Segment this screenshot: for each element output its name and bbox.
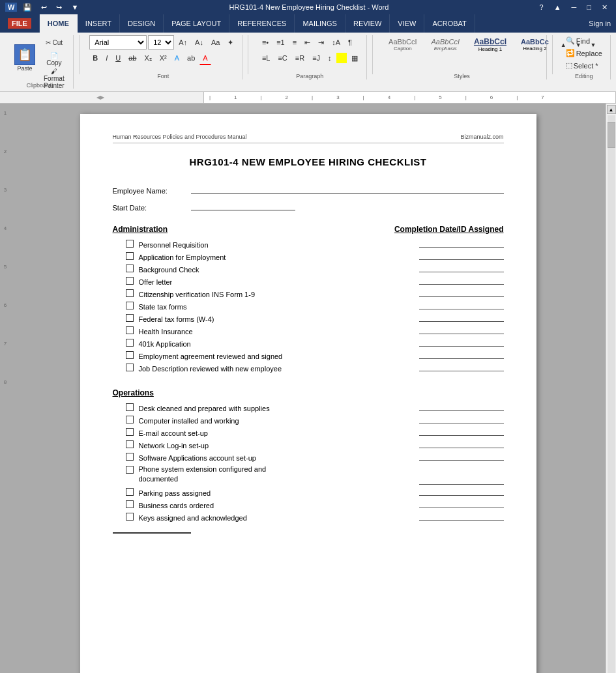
employee-name-field[interactable] [191, 183, 504, 193]
show-formatting-btn[interactable]: ¶ [345, 35, 355, 50]
subscript-btn[interactable]: X₂ [141, 51, 154, 65]
style-caption[interactable]: AaBbCcI Caption [383, 36, 422, 53]
text-effects-btn[interactable]: A [171, 51, 183, 65]
style-emphasis[interactable]: AaBbCcI Emphasis [426, 36, 465, 53]
font-size-select[interactable]: 12 [148, 35, 174, 50]
doc-title[interactable]: HRG101-4 NEW EMPLOYEE HIRING CHECKLIST [113, 156, 504, 167]
quick-save-btn[interactable]: 💾 [20, 3, 35, 12]
checkbox-offer-letter[interactable] [126, 277, 134, 285]
page[interactable]: Human Resources Policies and Procedures … [80, 114, 536, 673]
borders-btn[interactable]: ▦ [348, 51, 361, 65]
tab-acrobat[interactable]: ACROBAT [424, 14, 475, 33]
checkbox-desk[interactable] [126, 403, 134, 411]
checkbox-citizenship[interactable] [126, 289, 134, 297]
text-highlight-btn[interactable]: ab [184, 51, 198, 65]
strikethrough-btn[interactable]: ab [125, 51, 139, 65]
checkbox-federal-tax[interactable] [126, 314, 134, 322]
tab-view[interactable]: VIEW [390, 14, 424, 33]
list-item: Computer installed and working [126, 415, 504, 425]
paste-button[interactable]: 📋 Paste [10, 43, 39, 73]
item-text-bg-check: Background Check [139, 266, 414, 274]
minimize-btn[interactable]: ─ [568, 3, 580, 12]
tab-mailings[interactable]: MAILINGS [295, 14, 345, 33]
tab-design[interactable]: DESIGN [120, 14, 164, 33]
scroll-track[interactable] [608, 115, 615, 673]
cut-button[interactable]: ✂ Cut [40, 35, 68, 50]
item-line-phone [419, 484, 504, 485]
tab-home[interactable]: HOME [40, 14, 78, 33]
copy-button[interactable]: 📄 Copy [40, 51, 68, 65]
checkbox-network[interactable] [126, 440, 134, 448]
list-item: Phone system extension configured anddoc… [126, 465, 504, 485]
employee-name-label: Employee Name: [113, 187, 191, 195]
underline-btn[interactable]: U [112, 51, 124, 65]
checkbox-computer[interactable] [126, 416, 134, 423]
help-btn[interactable]: ? [536, 3, 547, 12]
font-grow-btn[interactable]: A↑ [175, 35, 190, 50]
scroll-thumb[interactable] [608, 122, 615, 148]
replace-button[interactable]: 🔁 Replace [563, 48, 605, 59]
font-shrink-btn[interactable]: A↓ [192, 35, 207, 50]
tab-insert[interactable]: INSERT [78, 14, 120, 33]
checkbox-personnel-req[interactable] [126, 240, 134, 248]
sign-in[interactable]: Sign in [589, 20, 611, 27]
ribbon-toggle-btn[interactable]: ▲ [551, 3, 565, 12]
find-button[interactable]: 🔍 Find [563, 35, 605, 46]
style-heading1[interactable]: AaBbCcI Heading 1 [468, 35, 512, 54]
checkbox-app-employment[interactable] [126, 252, 134, 260]
close-btn[interactable]: ✕ [598, 3, 611, 12]
maximize-btn[interactable]: □ [583, 3, 594, 12]
quick-undo-btn[interactable]: ↩ [38, 3, 50, 12]
checkbox-emp-agreement[interactable] [126, 351, 134, 359]
bullets-btn[interactable]: ≡• [259, 35, 272, 50]
title-bar-left: W 💾 ↩ ↪ ▼ [5, 3, 81, 12]
checkbox-biz-cards[interactable] [126, 500, 134, 508]
list-item: E-mail account set-up [126, 427, 504, 437]
format-painter-button[interactable]: 🖌 Format Painter [40, 66, 68, 81]
align-right-btn[interactable]: ≡R [292, 51, 308, 65]
clear-format-btn[interactable]: ✦ [224, 35, 237, 50]
superscript-btn[interactable]: X² [156, 51, 170, 65]
select-button[interactable]: ⬚ Select * [563, 60, 605, 71]
checkbox-phone[interactable] [126, 466, 134, 474]
font-label: Font [89, 72, 237, 79]
quick-more-btn[interactable]: ▼ [68, 3, 81, 12]
bold-btn[interactable]: B [89, 51, 101, 65]
item-line-emp-agreement [419, 358, 504, 359]
checkbox-job-desc[interactable] [126, 364, 134, 371]
italic-btn[interactable]: I [102, 51, 111, 65]
numbering-btn[interactable]: ≡1 [273, 35, 288, 50]
checkbox-parking[interactable] [126, 488, 134, 496]
admin-checklist: Personnel Requisition Application for Em… [126, 239, 504, 373]
sort-btn[interactable]: ↕A [329, 35, 344, 50]
align-left-btn[interactable]: ≡L [259, 51, 274, 65]
tab-page-layout[interactable]: PAGE LAYOUT [164, 14, 229, 33]
start-date-row: Start Date: [113, 200, 504, 212]
font-name-select[interactable]: Arial [89, 35, 147, 50]
tab-file[interactable]: FILE [0, 14, 40, 33]
checkbox-bg-check[interactable] [126, 265, 134, 272]
change-case-btn[interactable]: Aa [208, 35, 223, 50]
checkbox-state-tax[interactable] [126, 302, 134, 309]
tab-review[interactable]: REVIEW [345, 14, 390, 33]
quick-redo-btn[interactable]: ↪ [53, 3, 65, 12]
start-date-field[interactable] [191, 200, 295, 210]
decrease-indent-btn[interactable]: ⇤ [301, 35, 314, 50]
multilevel-list-btn[interactable]: ≡ [289, 35, 300, 50]
checkbox-software[interactable] [126, 453, 134, 461]
shading-btn[interactable] [336, 53, 347, 63]
vertical-scrollbar[interactable]: ▲ ▼ [606, 104, 616, 673]
scroll-up-btn[interactable]: ▲ [607, 105, 616, 114]
item-line-parking [419, 495, 504, 496]
font-color-btn[interactable]: A [199, 51, 211, 65]
line-spacing-btn[interactable]: ↕ [325, 51, 335, 65]
align-center-btn[interactable]: ≡C [274, 51, 290, 65]
checkbox-401k[interactable] [126, 339, 134, 347]
increase-indent-btn[interactable]: ⇥ [315, 35, 327, 50]
checkbox-email[interactable] [126, 428, 134, 436]
style-heading2[interactable]: AaBbCc Heading 2 [515, 36, 555, 53]
justify-btn[interactable]: ≡J [309, 51, 323, 65]
checkbox-health-ins[interactable] [126, 326, 134, 334]
checkbox-keys[interactable] [126, 513, 134, 521]
tab-references[interactable]: REFERENCES [229, 14, 295, 33]
